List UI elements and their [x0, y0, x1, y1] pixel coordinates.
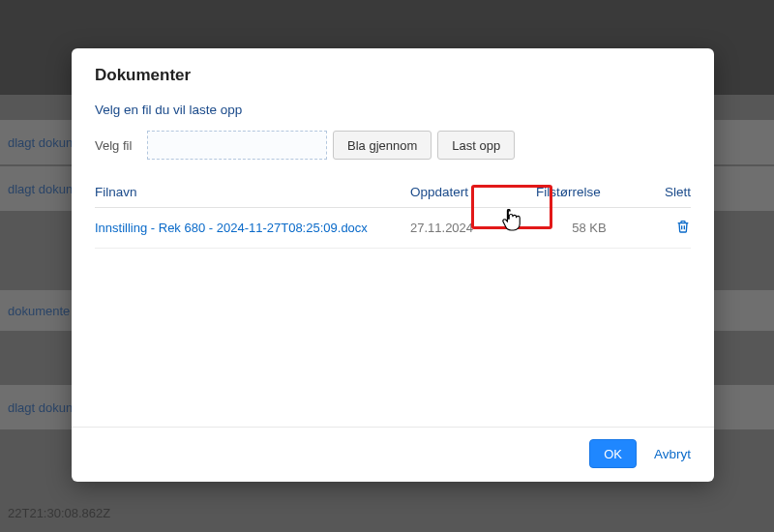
browse-button[interactable]: Bla gjennom	[333, 131, 432, 160]
trash-icon	[675, 218, 691, 238]
col-delete: Slett	[642, 185, 691, 199]
file-size: 58 KB	[536, 221, 642, 235]
col-date[interactable]: Oppdatert	[410, 185, 536, 199]
file-label: Velg fil	[95, 138, 141, 153]
modal-footer: OK Avbryt	[72, 427, 714, 482]
documents-modal: Dokumenter Velg en fil du vil laste opp …	[72, 48, 714, 482]
upload-button[interactable]: Last opp	[437, 131, 515, 160]
modal-title: Dokumenter	[95, 66, 691, 85]
table-row: Innstilling - Rek 680 - 2024-11-27T08:25…	[95, 208, 691, 249]
col-name[interactable]: Filnavn	[95, 185, 410, 199]
delete-button[interactable]	[642, 218, 691, 238]
file-input[interactable]	[147, 131, 327, 160]
upload-row: Velg fil Bla gjennom Last opp	[95, 131, 691, 160]
table-header: Filnavn Oppdatert Filstørrelse Slett	[95, 185, 691, 208]
cancel-link[interactable]: Avbryt	[654, 447, 691, 461]
col-size[interactable]: Filstørrelse	[536, 185, 642, 199]
file-date: 27.11.2024	[410, 221, 536, 235]
ok-button[interactable]: OK	[589, 439, 637, 468]
file-link[interactable]: Innstilling - Rek 680 - 2024-11-27T08:25…	[95, 220, 410, 237]
upload-hint: Velg en fil du vil laste opp	[95, 103, 691, 117]
